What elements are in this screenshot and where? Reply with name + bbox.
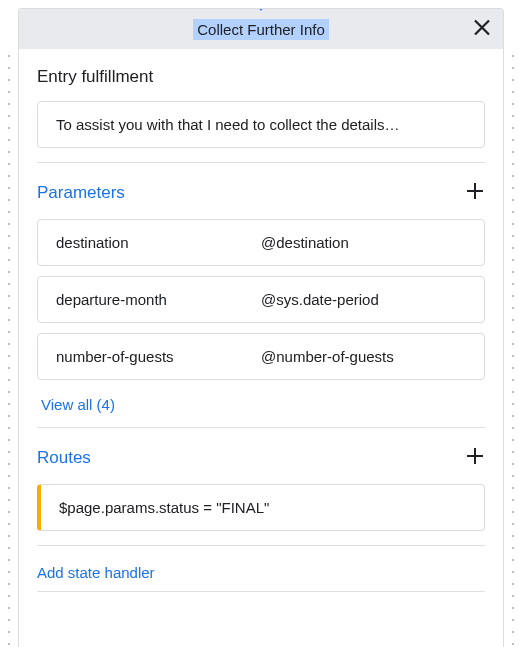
add-state-handler-link[interactable]: Add state handler	[37, 546, 485, 592]
add-route-icon[interactable]	[465, 446, 485, 470]
route-condition: $page.params.status = "FINAL"	[59, 499, 269, 516]
parameter-entity: @destination	[261, 234, 466, 251]
parameter-row[interactable]: number-of-guests @number-of-guests	[37, 333, 485, 380]
parameter-name: number-of-guests	[56, 348, 261, 365]
parameter-entity: @sys.date-period	[261, 291, 466, 308]
routes-title[interactable]: Routes	[37, 448, 91, 468]
entry-fulfillment-section: Entry fulfillment To assist you with tha…	[37, 49, 485, 163]
incoming-arrow-icon	[253, 8, 269, 11]
page-panel: Collect Further Info Entry fulfillment T…	[18, 8, 504, 647]
parameter-row[interactable]: departure-month @sys.date-period	[37, 276, 485, 323]
route-row[interactable]: $page.params.status = "FINAL"	[37, 484, 485, 531]
entry-fulfillment-title: Entry fulfillment	[37, 67, 485, 87]
parameters-section: Parameters destination @destination depa…	[37, 163, 485, 428]
entry-fulfillment-text[interactable]: To assist you with that I need to collec…	[37, 101, 485, 148]
panel-header: Collect Further Info	[19, 9, 503, 49]
parameter-name: destination	[56, 234, 261, 251]
parameters-title[interactable]: Parameters	[37, 183, 125, 203]
parameter-name: departure-month	[56, 291, 261, 308]
parameter-entity: @number-of-guests	[261, 348, 466, 365]
routes-section: Routes $page.params.status = "FINAL"	[37, 428, 485, 546]
page-title[interactable]: Collect Further Info	[193, 19, 329, 40]
parameter-row[interactable]: destination @destination	[37, 219, 485, 266]
close-icon[interactable]	[473, 19, 491, 40]
add-parameter-icon[interactable]	[465, 181, 485, 205]
view-all-parameters-link[interactable]: View all (4)	[37, 396, 485, 413]
panel-content: Entry fulfillment To assist you with tha…	[19, 49, 503, 592]
canvas-dots-right	[510, 50, 516, 647]
canvas-dots-left	[6, 50, 12, 647]
